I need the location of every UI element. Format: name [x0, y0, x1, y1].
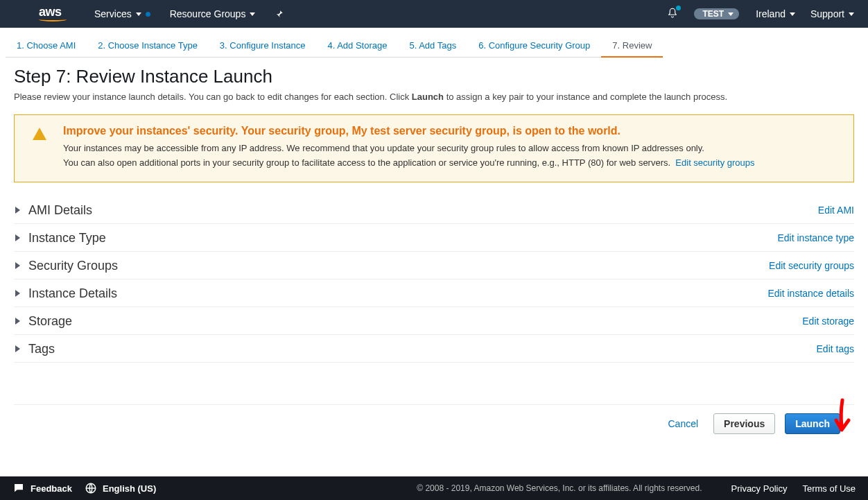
tab-configure-instance[interactable]: 3. Configure Instance	[209, 36, 317, 58]
top-nav: aws Services Resource Groups TEST Irelan…	[0, 0, 868, 28]
section-title: Tags	[28, 342, 817, 356]
warning-line1: Your instances may be accessible from an…	[63, 143, 704, 153]
resource-groups-label: Resource Groups	[170, 8, 246, 19]
edit-instance-type-link[interactable]: Edit instance type	[777, 232, 854, 243]
page-content: Step 7: Review Instance Launch Please re…	[0, 58, 868, 434]
cancel-button[interactable]: Cancel	[662, 414, 704, 433]
bottom-bar: Feedback English (US) © 2008 - 2019, Ama…	[0, 476, 868, 500]
account-menu[interactable]: TEST	[694, 8, 739, 19]
caret-down-icon	[849, 12, 854, 16]
caret-down-icon	[728, 12, 734, 16]
section-title: Security Groups	[28, 259, 769, 273]
expand-toggle-icon[interactable]	[15, 290, 20, 297]
support-menu[interactable]: Support	[810, 8, 854, 19]
notification-dot-icon	[146, 12, 150, 17]
edit-ami-link[interactable]: Edit AMI	[818, 205, 854, 216]
account-label: TEST	[702, 9, 724, 19]
warning-title: Improve your instances' security. Your s…	[63, 125, 755, 137]
edit-tags-link[interactable]: Edit tags	[817, 343, 854, 354]
warning-icon	[31, 126, 48, 171]
services-menu[interactable]: Services	[94, 8, 150, 19]
tab-add-tags[interactable]: 5. Add Tags	[398, 36, 467, 58]
wizard-tabs: 1. Choose AMI 2. Choose Instance Type 3.…	[0, 28, 868, 58]
caret-down-icon	[250, 12, 255, 16]
notification-dot-icon	[676, 6, 681, 10]
tab-choose-ami[interactable]: 1. Choose AMI	[6, 36, 87, 58]
page-description: Please review your instance launch detai…	[14, 92, 854, 102]
notifications-button[interactable]	[666, 7, 679, 21]
language-selector[interactable]: English (US)	[85, 482, 156, 494]
region-label: Ireland	[756, 8, 785, 19]
feedback-button[interactable]: Feedback	[12, 482, 72, 494]
expand-toggle-icon[interactable]	[15, 262, 20, 269]
caret-down-icon	[790, 12, 795, 16]
caret-down-icon	[136, 12, 141, 16]
tab-choose-instance-type[interactable]: 2. Choose Instance Type	[87, 36, 209, 58]
aws-logo[interactable]: aws	[39, 5, 67, 24]
section-ami-details: AMI Details Edit AMI	[14, 196, 854, 224]
expand-toggle-icon[interactable]	[15, 207, 20, 214]
tab-review[interactable]: 7. Review	[601, 36, 663, 58]
edit-instance-details-link[interactable]: Edit instance details	[767, 288, 854, 299]
section-title: Instance Type	[28, 231, 777, 245]
expand-toggle-icon[interactable]	[15, 345, 20, 352]
language-label: English (US)	[103, 483, 156, 494]
copyright-text: © 2008 - 2019, Amazon Web Services, Inc.…	[417, 483, 702, 493]
pin-icon	[275, 9, 284, 19]
tab-configure-security-group[interactable]: 6. Configure Security Group	[467, 36, 601, 58]
edit-security-groups-link[interactable]: Edit security groups	[675, 157, 754, 168]
section-instance-details: Instance Details Edit instance details	[14, 279, 854, 307]
aws-swoosh-icon	[39, 17, 67, 21]
expand-toggle-icon[interactable]	[15, 318, 20, 325]
previous-button[interactable]: Previous	[713, 413, 775, 434]
services-label: Services	[94, 8, 132, 19]
privacy-policy-link[interactable]: Privacy Policy	[731, 483, 788, 494]
globe-icon	[85, 482, 97, 494]
region-menu[interactable]: Ireland	[756, 8, 795, 19]
launch-button[interactable]: Launch	[785, 413, 840, 434]
page-title: Step 7: Review Instance Launch	[14, 66, 854, 87]
section-title: Storage	[28, 314, 802, 329]
edit-storage-link[interactable]: Edit storage	[802, 316, 854, 327]
section-title: Instance Details	[28, 286, 767, 301]
terms-of-use-link[interactable]: Terms of Use	[802, 483, 856, 494]
section-title: AMI Details	[28, 203, 818, 218]
resource-groups-menu[interactable]: Resource Groups	[170, 8, 256, 19]
speech-bubble-icon	[12, 482, 25, 494]
section-storage: Storage Edit storage	[14, 307, 854, 335]
expand-toggle-icon[interactable]	[15, 234, 20, 241]
warning-line2: You can also open additional ports in yo…	[63, 157, 670, 168]
support-label: Support	[810, 8, 844, 19]
section-security-groups: Security Groups Edit security groups	[14, 252, 854, 279]
section-instance-type: Instance Type Edit instance type	[14, 224, 854, 252]
feedback-label: Feedback	[31, 483, 72, 494]
edit-security-groups-link[interactable]: Edit security groups	[769, 260, 854, 271]
section-tags: Tags Edit tags	[14, 335, 854, 363]
tab-add-storage[interactable]: 4. Add Storage	[316, 36, 398, 58]
security-warning-box: Improve your instances' security. Your s…	[14, 114, 854, 182]
pin-button[interactable]	[275, 9, 284, 19]
wizard-footer: Cancel Previous Launch	[14, 404, 854, 434]
